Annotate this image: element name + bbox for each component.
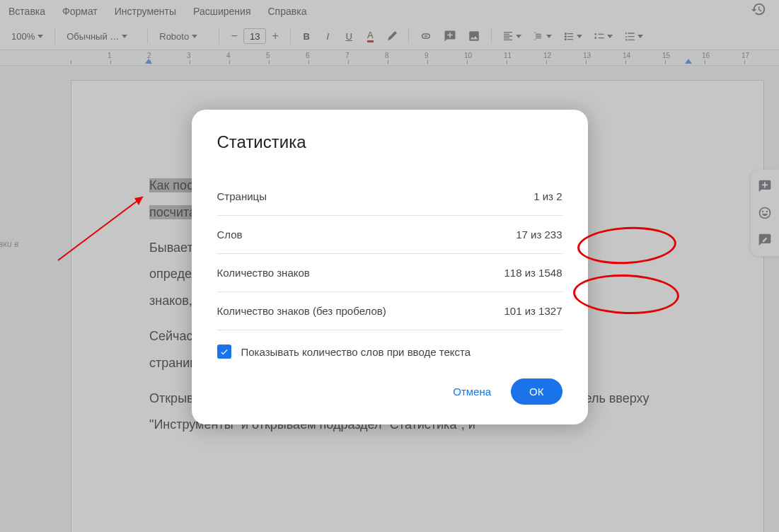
cancel-button[interactable]: Отмена xyxy=(446,380,498,403)
statistics-dialog: Статистика Страницы 1 из 2 Слов 17 из 23… xyxy=(192,110,588,424)
stat-chars-nospace-row: Количество знаков (без пробелов) 101 из … xyxy=(217,292,562,330)
checkbox-label: Показывать количество слов при вводе тек… xyxy=(241,346,471,358)
stat-label: Количество знаков xyxy=(217,267,310,279)
show-wordcount-option: Показывать количество слов при вводе тек… xyxy=(217,345,562,359)
stat-value: 17 из 233 xyxy=(516,229,562,241)
stat-value: 101 из 1327 xyxy=(504,305,562,317)
ok-button[interactable]: ОК xyxy=(511,378,562,405)
stat-label: Количество знаков (без пробелов) xyxy=(217,305,386,317)
stat-pages-row: Страницы 1 из 2 xyxy=(217,178,562,216)
modal-backdrop: Статистика Страницы 1 из 2 Слов 17 из 23… xyxy=(0,0,779,532)
stat-words-row: Слов 17 из 233 xyxy=(217,216,562,254)
dialog-actions: Отмена ОК xyxy=(217,378,562,405)
dialog-title: Статистика xyxy=(217,132,562,152)
stat-value: 118 из 1548 xyxy=(504,267,562,279)
stat-chars-row: Количество знаков 118 из 1548 xyxy=(217,254,562,292)
stat-value: 1 из 2 xyxy=(533,190,562,202)
stat-label: Страницы xyxy=(217,190,267,202)
stat-label: Слов xyxy=(217,229,243,241)
show-wordcount-checkbox[interactable] xyxy=(217,345,231,359)
